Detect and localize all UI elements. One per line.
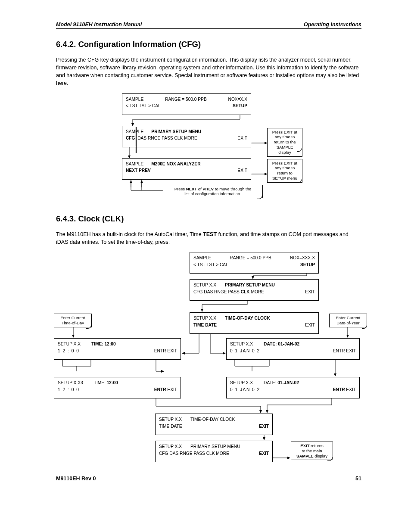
fig-cfg: SAMPLE RANGE = 500.0 PPB NOX=X.X < TST T…	[56, 93, 361, 203]
ft-right: 51	[355, 476, 361, 482]
s1-heading: 6.4.2. Configuration Information (CFG)	[56, 40, 361, 49]
arrows1	[56, 93, 358, 205]
p2b: TEST	[203, 231, 217, 237]
arrows2	[54, 252, 373, 467]
ft-left: M9110EH Rev 0	[56, 476, 96, 482]
s2-para: The M9110EH has a built-in clock for the…	[56, 230, 361, 246]
fig-clk: SAMPLERANGE = 500.0 PPBNOX=XXX.X < TST T…	[56, 252, 361, 463]
hdr-left: Model 9110EH Instruction Manual	[56, 22, 142, 28]
hdr-right: Operating Instructions	[304, 22, 361, 28]
p2a: The M9110EH has a built-in clock for the…	[56, 231, 203, 237]
s2-heading: 6.4.3. Clock (CLK)	[56, 214, 361, 224]
s1-para: Pressing the CFG key displays the instru…	[56, 56, 361, 87]
